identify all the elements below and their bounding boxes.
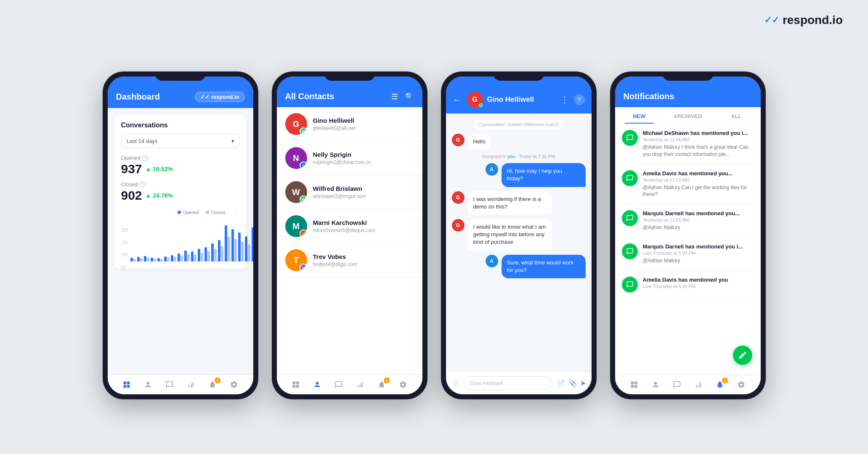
notch-3 bbox=[494, 71, 544, 81]
search-icon[interactable]: 🔍 bbox=[405, 92, 414, 101]
contact-name: Marni Karchowski bbox=[313, 219, 376, 226]
fab-compose-button[interactable] bbox=[733, 346, 752, 365]
contact-platform-badge: r bbox=[300, 230, 307, 237]
opened-stat: Opened ? 937 ▲ 19.52% bbox=[121, 155, 240, 176]
phone-contacts: All Contacts ☰ 🔍 GWGino Helliwellghelliw… bbox=[272, 71, 427, 399]
list-item[interactable]: TVTrev Vobestvobes4@diigo.com bbox=[277, 243, 422, 277]
cnav-stats-icon[interactable] bbox=[355, 379, 366, 390]
nav-grid-icon[interactable] bbox=[121, 379, 132, 390]
svg-rect-3 bbox=[127, 385, 130, 388]
dashboard-content: Conversations Last 14 days ▾ Opened ? 93… bbox=[108, 108, 253, 375]
notifications-header: Notifications bbox=[615, 77, 761, 107]
opened-value: 937 bbox=[121, 162, 142, 176]
file-icon[interactable]: 📄 bbox=[557, 379, 565, 387]
send-icon[interactable]: ➤ bbox=[580, 379, 586, 387]
filter-icon[interactable]: ☰ bbox=[391, 92, 398, 101]
badge-text: respond.io bbox=[211, 94, 239, 100]
notification-message: @Adrian Mallory Can I get the working fi… bbox=[643, 184, 754, 198]
bar-group bbox=[198, 249, 203, 261]
tab-all[interactable]: ALL bbox=[712, 107, 760, 124]
cnav-bell-icon[interactable]: 1 bbox=[376, 379, 387, 390]
nav-chat-icon[interactable] bbox=[164, 379, 175, 390]
list-item[interactable]: Amelia Davis has mentioned youLast Thurs… bbox=[615, 271, 761, 299]
badge-check: ✓✓ bbox=[200, 94, 210, 100]
assign-message: Assigned to you - Today at 7:35 PM bbox=[482, 154, 555, 159]
contact-avatar: WW bbox=[285, 181, 307, 203]
phone-notifications: Notifications NEW ARCHIVED ALL Michael D… bbox=[610, 71, 766, 399]
conversations-card: Conversations Last 14 days ▾ Opened ? 93… bbox=[114, 115, 247, 269]
bar-opened bbox=[211, 243, 214, 261]
list-item[interactable]: Michael DeShawn has mentioned you i...Ye… bbox=[615, 124, 761, 164]
contact-info: Nelly Spriginnspringin2@china.com.cn bbox=[313, 151, 371, 165]
nnav-contacts-icon[interactable] bbox=[650, 379, 661, 390]
chat-input-icons: 📄 📎 ➤ bbox=[557, 379, 586, 387]
message-bubble-outgoing: Hi, how may I help you today? bbox=[502, 163, 586, 187]
cnav-chat-icon[interactable] bbox=[333, 379, 344, 390]
bar-opened bbox=[151, 258, 153, 261]
bar-opened bbox=[218, 240, 220, 261]
list-item[interactable]: MrMarni Karchowskimkarchowski5@disqus.co… bbox=[277, 209, 422, 243]
list-item[interactable]: WWWilfred Brislawnwbrislawn3@imgur.com bbox=[277, 175, 422, 209]
chat-header-icons: ⋮ ? bbox=[560, 94, 585, 105]
contact-info: Marni Karchowskimkarchowski5@disqus.com bbox=[313, 219, 376, 233]
message-bubble: Hello bbox=[468, 134, 491, 150]
message-bubble: I would like to know what I am getting m… bbox=[468, 219, 552, 251]
contact-email: nspringin2@china.com.cn bbox=[313, 159, 371, 165]
closed-change: ▲ 24.76% bbox=[146, 192, 173, 199]
nnav-stats-icon[interactable] bbox=[693, 379, 704, 390]
bar-group bbox=[144, 256, 149, 261]
message-avatar: G bbox=[452, 191, 465, 204]
y-axis: 20015010050 bbox=[121, 228, 128, 270]
cnav-grid-icon[interactable] bbox=[290, 379, 301, 390]
list-item[interactable]: GWGino Helliwellghelliwell0@a8.net bbox=[277, 107, 422, 141]
bar-closed bbox=[248, 244, 250, 261]
list-item[interactable]: Amelia Davis has mentioned you...Yesterd… bbox=[615, 164, 761, 205]
bar-closed bbox=[228, 236, 230, 261]
nav-contacts-icon[interactable] bbox=[143, 379, 154, 390]
list-item[interactable]: Marquis Darnell has mentioned you...Yest… bbox=[615, 204, 761, 238]
nnav-chat-icon[interactable] bbox=[672, 379, 682, 390]
dashboard-logo-badge[interactable]: ✓✓ respond.io bbox=[195, 92, 244, 102]
list-item[interactable]: NfNelly Spriginnspringin2@china.com.cn bbox=[277, 141, 422, 175]
contact-avatar: TV bbox=[285, 249, 307, 271]
cnav-contacts-icon[interactable] bbox=[312, 379, 323, 390]
svg-rect-10 bbox=[631, 385, 634, 388]
nav-stats-icon[interactable] bbox=[186, 379, 196, 390]
notification-title: Amelia Davis has mentioned you... bbox=[643, 170, 754, 177]
nnav-bell-icon[interactable]: 1 bbox=[714, 379, 725, 390]
nav-gear-icon[interactable] bbox=[228, 379, 239, 390]
phone-chat: ← G Gino Helliwell ⋮ ? Conversation Star… bbox=[441, 71, 597, 399]
message-avatar: G bbox=[452, 134, 465, 146]
notification-content: Amelia Davis has mentioned youLast Thurs… bbox=[643, 277, 728, 290]
bar-closed bbox=[221, 246, 223, 261]
nnav-bell-badge: 1 bbox=[722, 377, 728, 383]
notification-icon bbox=[622, 210, 638, 226]
list-item[interactable]: Marquis Darnell has mentioned you i...La… bbox=[615, 238, 761, 271]
chart-menu-icon[interactable]: ⋮ bbox=[232, 208, 240, 217]
more-options-icon[interactable]: ⋮ bbox=[560, 95, 569, 105]
attach-icon[interactable]: 📎 bbox=[568, 379, 577, 387]
nnav-gear-icon[interactable] bbox=[736, 379, 747, 390]
tab-new[interactable]: NEW bbox=[615, 107, 664, 124]
chart-area: Opened Closed ⋮ 20015010050 bbox=[121, 208, 240, 262]
emoji-icon[interactable]: ☺ bbox=[452, 379, 459, 388]
brand-logo: ✓✓ respond.io bbox=[764, 13, 843, 27]
back-arrow-icon[interactable]: ← bbox=[453, 95, 461, 105]
nav-bell-icon[interactable]: 1 bbox=[207, 379, 218, 390]
bar-closed bbox=[160, 259, 163, 261]
bar-group bbox=[178, 253, 183, 261]
notifications-tabs: NEW ARCHIVED ALL bbox=[615, 107, 761, 124]
tab-archived[interactable]: ARCHIVED bbox=[664, 107, 712, 124]
chat-input[interactable]: Gino Helliwell bbox=[464, 376, 552, 390]
contact-platform-badge: W bbox=[300, 195, 307, 203]
nnav-grid-icon[interactable] bbox=[629, 379, 640, 390]
date-selector[interactable]: Last 14 days ▾ bbox=[121, 134, 240, 148]
bar-closed bbox=[181, 256, 183, 261]
conversations-title: Conversations bbox=[121, 121, 240, 129]
contact-avatar: Nf bbox=[285, 147, 307, 169]
cnav-gear-icon[interactable] bbox=[398, 379, 409, 390]
svg-rect-8 bbox=[631, 382, 634, 385]
help-circle-icon[interactable]: ? bbox=[574, 94, 585, 105]
notification-icon bbox=[622, 130, 638, 146]
bar-group bbox=[218, 240, 223, 261]
